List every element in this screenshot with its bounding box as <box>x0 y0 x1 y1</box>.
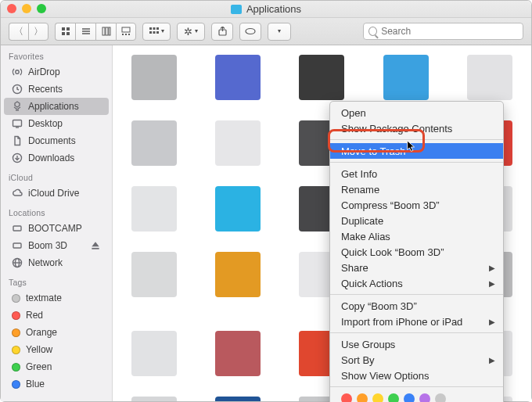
sidebar-section-favorites-header: Favorites <box>1 45 112 63</box>
ctx-make-alias[interactable]: Make Alias <box>330 228 503 244</box>
app-item[interactable] <box>204 397 271 401</box>
app-item[interactable] <box>204 331 271 376</box>
sidebar-item-recents[interactable]: Recents <box>4 81 109 98</box>
app-item[interactable] <box>120 120 187 166</box>
ctx-rename[interactable]: Rename <box>330 181 503 197</box>
ctx-quick-look[interactable]: Quick Look “Boom 3D” <box>330 244 503 260</box>
minimize-window-button[interactable] <box>22 4 31 13</box>
disk-icon <box>12 223 23 234</box>
ctx-move-to-trash[interactable]: Move to Trash <box>330 143 503 159</box>
view-columns-button[interactable] <box>95 23 116 41</box>
finder-window: Applications 〈 〉 ▾ ✲▾ ▾ Favorites AirDro… <box>0 0 532 402</box>
ctx-show-view-options[interactable]: Show View Options <box>330 368 503 383</box>
svg-rect-19 <box>156 31 159 34</box>
close-window-button[interactable] <box>7 4 16 13</box>
toolbar: 〈 〉 ▾ ✲▾ ▾ <box>1 18 531 45</box>
sidebar-item-network[interactable]: Network <box>4 254 109 271</box>
ctx-duplicate[interactable]: Duplicate <box>330 213 503 228</box>
view-list-button[interactable] <box>75 23 95 41</box>
sidebar-tag-yellow[interactable]: Yellow <box>4 341 109 358</box>
ctx-import-from-iphone[interactable]: Import from iPhone or iPad▶ <box>330 314 503 329</box>
ctx-use-groups[interactable]: Use Groups <box>330 336 503 352</box>
sidebar-tag-textmate[interactable]: textmate <box>4 289 109 307</box>
share-button[interactable] <box>211 23 233 41</box>
ctx-tag-colors[interactable] <box>330 390 503 402</box>
app-item[interactable] <box>457 55 523 100</box>
context-menu[interactable]: Open Show Package Contents Move to Trash… <box>329 101 504 402</box>
tag-color-gray[interactable] <box>435 393 446 402</box>
view-icons-button[interactable] <box>55 23 75 41</box>
path-dropdown[interactable]: ▾ <box>268 23 291 41</box>
back-button[interactable]: 〈 <box>9 23 28 41</box>
tag-color-blue[interactable] <box>404 393 415 402</box>
ctx-separator <box>330 332 503 333</box>
sidebar-item-desktop[interactable]: Desktop <box>4 115 109 132</box>
eject-icon[interactable] <box>90 240 101 251</box>
tag-color-orange[interactable] <box>357 393 368 402</box>
app-item[interactable] <box>204 186 271 232</box>
sidebar-item-documents[interactable]: Documents <box>4 132 109 149</box>
tag-dot-icon <box>12 380 20 389</box>
app-item[interactable] <box>372 55 439 100</box>
search-input[interactable] <box>381 26 518 37</box>
tag-dot-icon <box>12 346 20 354</box>
submenu-arrow-icon: ▶ <box>489 318 495 326</box>
app-item[interactable] <box>204 252 271 310</box>
airdrop-icon <box>12 66 23 77</box>
sidebar-tag-green[interactable]: Green <box>4 358 109 375</box>
forward-button[interactable]: 〉 <box>28 23 49 41</box>
app-item[interactable] <box>289 55 355 100</box>
ctx-get-info[interactable]: Get Info <box>330 166 503 181</box>
svg-rect-11 <box>122 34 124 35</box>
view-gallery-button[interactable] <box>116 23 136 41</box>
ctx-share[interactable]: Share▶ <box>330 260 503 275</box>
sidebar-tag-blue[interactable]: Blue <box>4 375 109 393</box>
sidebar-tag-orange[interactable]: Orange <box>4 324 109 341</box>
zoom-window-button[interactable] <box>37 4 46 13</box>
svg-rect-7 <box>102 27 105 35</box>
app-item[interactable] <box>120 55 187 100</box>
svg-marker-30 <box>92 242 99 246</box>
sidebar-item-label: Boom 3D <box>28 240 67 251</box>
ctx-sort-by[interactable]: Sort By▶ <box>330 352 503 368</box>
sidebar-item-label: Desktop <box>28 118 63 129</box>
tag-color-yellow[interactable] <box>372 393 383 402</box>
app-item[interactable] <box>204 55 271 100</box>
cursor-icon <box>407 141 416 153</box>
tag-dot-icon <box>12 363 20 371</box>
sidebar-item-label: Blue <box>26 379 45 389</box>
sidebar-item-boom3d-disk[interactable]: Boom 3D <box>4 237 109 254</box>
search-field[interactable] <box>363 23 523 40</box>
tag-color-green[interactable] <box>388 393 399 402</box>
svg-rect-18 <box>153 31 155 34</box>
app-item[interactable] <box>120 397 187 401</box>
tag-color-red[interactable] <box>341 393 352 402</box>
sidebar-item-applications[interactable]: Applications <box>4 98 109 115</box>
ctx-quick-actions[interactable]: Quick Actions▶ <box>330 275 503 291</box>
svg-rect-3 <box>66 32 70 35</box>
arrange-button[interactable]: ▾ <box>142 23 171 41</box>
app-item[interactable] <box>120 252 187 310</box>
app-item[interactable] <box>120 331 187 376</box>
sidebar-item-bootcamp[interactable]: BOOTCAMP <box>4 220 109 237</box>
disk-icon <box>12 240 23 251</box>
ctx-compress[interactable]: Compress “Boom 3D” <box>330 197 503 213</box>
ctx-open[interactable]: Open <box>330 105 503 120</box>
sidebar-item-icloud-drive[interactable]: iCloud Drive <box>4 185 109 202</box>
tag-color-purple[interactable] <box>419 393 430 402</box>
sidebar-section-icloud-header: iCloud <box>1 167 112 185</box>
sidebar-item-label: iCloud Drive <box>28 188 79 199</box>
tags-button[interactable] <box>239 23 261 41</box>
sidebar-tag-red[interactable]: Red <box>4 307 109 324</box>
ctx-copy[interactable]: Copy “Boom 3D” <box>330 298 503 314</box>
sidebar: Favorites AirDrop Recents Applications D… <box>1 45 113 401</box>
app-item[interactable] <box>204 120 271 166</box>
ctx-show-package-contents[interactable]: Show Package Contents <box>330 120 503 136</box>
sidebar-item-airdrop[interactable]: AirDrop <box>4 63 109 81</box>
clock-icon <box>12 84 23 95</box>
sidebar-item-downloads[interactable]: Downloads <box>4 149 109 167</box>
action-button[interactable]: ✲▾ <box>177 23 205 41</box>
app-item[interactable] <box>120 186 187 232</box>
sidebar-item-label: Downloads <box>28 153 74 163</box>
window-controls[interactable] <box>7 4 46 13</box>
